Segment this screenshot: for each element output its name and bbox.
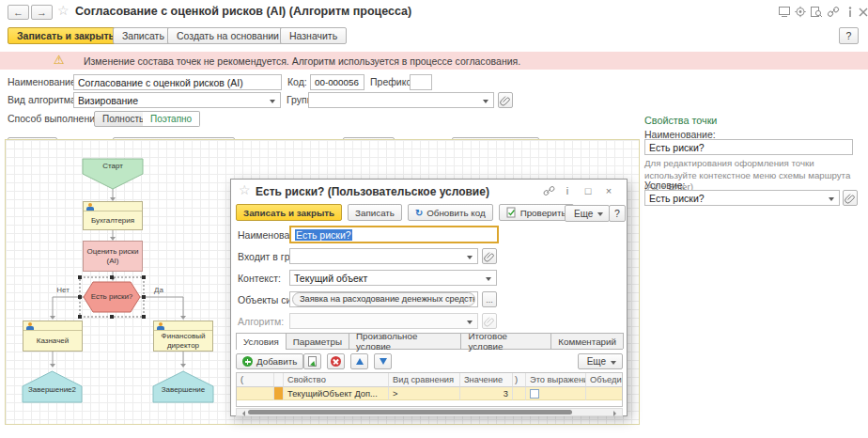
tab-total-condition[interactable]: Итоговое условие (460, 333, 551, 349)
save-and-close-button[interactable]: Записать и закрыть (8, 27, 124, 44)
node-treasurer[interactable]: Казначей (23, 321, 83, 352)
tab-parameters[interactable]: Параметры (286, 333, 349, 349)
tab-label: Произвольное условие (356, 331, 454, 352)
dialog-algorithm-select[interactable] (289, 313, 478, 329)
add-row-label: Добавить (256, 356, 297, 367)
col-value[interactable]: Значение (460, 373, 513, 387)
point-name-input[interactable]: Есть риски? (644, 139, 853, 155)
dialog-update-code-button[interactable]: ↻ Обновить код (408, 204, 493, 221)
save-button[interactable]: Записать (113, 27, 174, 44)
dialog-maximize-icon[interactable]: □ (581, 185, 595, 196)
panel-title: Свойства точки (644, 115, 717, 126)
dialog-more-button[interactable]: Еще (565, 205, 610, 222)
scroll-left-arrow[interactable] (240, 411, 245, 416)
cell-value[interactable]: 3 (460, 387, 513, 400)
create-based-on-label: Создать на основании (177, 30, 279, 41)
conditions-command-bar: Добавить Еще (236, 353, 623, 370)
dialog-help-button[interactable]: ? (609, 205, 626, 222)
col-is-expression[interactable]: Это выражение (526, 373, 586, 387)
gear-icon[interactable] (794, 6, 807, 18)
dialog-algorithm-open-button[interactable] (482, 313, 497, 329)
point-condition-open-button[interactable] (843, 190, 858, 206)
forward-button[interactable]: → (31, 5, 53, 20)
back-button[interactable]: ← (8, 5, 29, 20)
help-button[interactable]: ? (839, 27, 859, 44)
dialog-favorite-star-icon[interactable]: ☆ (239, 182, 251, 197)
expression-checkbox[interactable] (530, 389, 539, 399)
dialog-save-button[interactable]: Записать (348, 204, 402, 221)
scroll-right-arrow[interactable] (613, 411, 619, 416)
create-based-on-button[interactable]: Создать на основании (167, 27, 296, 44)
node-accounting-label: Бухгалтерия (85, 211, 141, 229)
search-document-icon[interactable] (810, 6, 823, 18)
dialog-group-open-button[interactable] (482, 248, 497, 264)
dialog-info-icon[interactable]: i (561, 185, 574, 196)
dialog-check-button[interactable]: Проверить (499, 204, 574, 221)
arrow-up-icon (356, 354, 364, 365)
node-accounting[interactable]: Бухгалтерия (83, 201, 143, 230)
code-label: Код: (287, 76, 307, 87)
info-icon[interactable] (844, 6, 857, 18)
table-more-button[interactable]: Еще (578, 353, 623, 369)
add-row-button[interactable]: Добавить (236, 353, 303, 369)
dialog-save-and-close-button[interactable]: Записать и закрыть (236, 204, 342, 221)
conditions-table[interactable]: ( Свойство Вид сравнения Значение ) Это … (236, 372, 623, 407)
move-down-button[interactable] (374, 353, 392, 369)
monitor-icon[interactable] (778, 6, 791, 18)
table-horizontal-scrollbar[interactable] (236, 408, 623, 416)
help-label: ? (846, 30, 852, 41)
col-join[interactable]: Объединение с (586, 373, 623, 387)
tab-label: Комментарий (558, 336, 616, 347)
assign-button[interactable]: Назначить (280, 27, 347, 44)
col-comparison[interactable]: Вид сравнения (389, 373, 460, 387)
tab-conditions[interactable]: Условия (236, 333, 287, 350)
table-row[interactable]: ТекущийОбъект Доп... > 3 (237, 387, 623, 400)
tab-custom-condition[interactable]: Произвольное условие (349, 333, 461, 349)
dialog-update-code-label: Обновить код (426, 208, 485, 218)
execution-staged-toggle[interactable]: Поэтапно (143, 111, 200, 127)
node-assess-risks[interactable]: Оценить риски (AI) (83, 241, 143, 272)
dialog-link-icon[interactable] (542, 185, 555, 198)
cell-property[interactable]: ТекущийОбъект Доп... (284, 387, 389, 400)
condition-dialog: ☆ Есть риски? (Пользовательское условие)… (230, 179, 628, 416)
tab-comment[interactable]: Комментарий (550, 333, 624, 349)
cell-comparison[interactable]: > (389, 387, 460, 400)
col-marker (274, 373, 284, 387)
point-condition-select[interactable]: Есть риски? (644, 190, 840, 206)
dialog-context-value: Текущий объект (294, 273, 367, 284)
group-open-button[interactable] (498, 92, 513, 108)
dialog-close-icon[interactable]: × (602, 185, 615, 196)
col-open-paren[interactable]: ( (237, 373, 274, 387)
copy-row-button[interactable] (303, 353, 321, 369)
col-close-paren[interactable]: ) (513, 373, 526, 387)
dialog-system-objects-field[interactable]: Заявка на расходование денежных средств … (289, 291, 478, 307)
prefix-input[interactable] (410, 74, 432, 90)
dialog-save-label: Записать (355, 208, 395, 218)
node-treasurer-label: Казначей (24, 331, 81, 351)
warning-banner: ⚠ Изменение состава точек не рекомендует… (0, 52, 868, 70)
dialog-name-input[interactable]: Есть риски? (289, 226, 499, 243)
favorite-star-icon[interactable]: ☆ (57, 3, 70, 18)
dialog-system-objects-choose-button[interactable]: ... (482, 291, 497, 307)
node-header (154, 321, 212, 331)
scrollbar-thumb[interactable] (248, 410, 572, 415)
system-object-tag[interactable]: Заявка на расходование денежных средств … (292, 292, 475, 306)
dialog-group-select[interactable] (289, 248, 478, 264)
algorithm-type-select[interactable]: Визирование (73, 92, 281, 108)
node-fin-director[interactable]: Финансовый директор (153, 321, 213, 352)
code-input[interactable]: 00-000056 (310, 74, 364, 90)
delete-row-button[interactable] (327, 353, 345, 369)
dialog-context-select[interactable]: Текущий объект (289, 270, 497, 286)
dialog-tabs: Условия Параметры Произвольное условие И… (236, 333, 623, 350)
end-node-label: Завершение (153, 386, 213, 395)
link-icon[interactable] (827, 6, 840, 18)
name-input[interactable]: Согласование с оценкой рисков (AI) (73, 74, 282, 90)
code-value: 00-000056 (315, 77, 359, 87)
close-icon[interactable] (857, 6, 868, 18)
col-property[interactable]: Свойство (284, 373, 389, 387)
algorithm-type-label: Вид алгоритма: (8, 94, 79, 105)
move-up-button[interactable] (350, 353, 368, 369)
warning-text: Изменение состава точек не рекомендуется… (84, 55, 520, 67)
node-header (84, 202, 142, 211)
group-select[interactable] (308, 92, 494, 108)
